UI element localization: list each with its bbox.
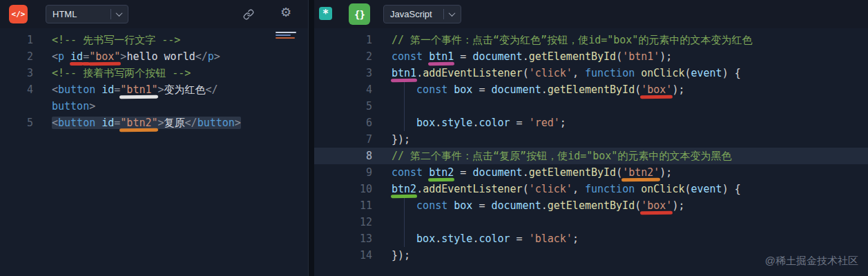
javascript-panel-header: * {} JavaScript — [314, 0, 868, 28]
code-line[interactable]: 1<!-- 先书写一行文字 --> — [0, 32, 308, 48]
code-token: ); — [672, 81, 684, 98]
code-token: }); — [392, 247, 410, 264]
code-token: = — [472, 197, 491, 214]
code-line[interactable]: 9const btn2 = document.getElementById('b… — [314, 164, 868, 181]
code-token: . — [472, 115, 479, 131]
code-token: addEventListener — [423, 65, 523, 81]
code-text: // 第二个事件：点击“复原”按钮，使id="box"的元素中的文本变为黑色 — [392, 148, 731, 164]
marker-underline-orange: "btn2" — [120, 115, 157, 131]
code-token: 'red' — [529, 115, 560, 131]
code-line[interactable]: 6box.style.color = 'red'; — [314, 115, 868, 131]
code-token: function — [585, 181, 635, 197]
code-token: id — [102, 81, 114, 98]
line-number: 1 — [0, 32, 33, 48]
marker-underline-red: "box" — [89, 48, 120, 65]
code-line[interactable]: 12 — [314, 214, 868, 230]
code-text: box.style.color = 'black'; — [392, 230, 579, 247]
code-token: getElementById — [529, 48, 616, 65]
code-token: getElementById — [548, 81, 635, 98]
code-line[interactable]: 7}); — [314, 131, 868, 148]
code-text — [392, 214, 416, 230]
code-text: const btn2 = document.getElementById('bt… — [392, 164, 672, 181]
javascript-lang-icon: {} — [349, 3, 370, 25]
code-text: <p id="box">hello world</p> — [52, 48, 220, 65]
code-text: btn2.addEventListener('click', function … — [392, 181, 741, 197]
javascript-language-dropdown[interactable]: JavaScript — [383, 5, 461, 23]
panel-splitter[interactable] — [309, 0, 314, 276]
code-token: 'btn1' — [622, 48, 659, 65]
code-line[interactable]: 4<button id="btn1">变为红色</ — [0, 81, 308, 98]
code-line[interactable]: 2const btn1 = document.getElementById('b… — [314, 48, 868, 65]
line-number: 9 — [314, 164, 372, 181]
code-token: 'click' — [529, 65, 572, 81]
code-line[interactable]: 13box.style.color = 'black'; — [314, 230, 868, 247]
javascript-language-label: JavaScript — [390, 9, 441, 19]
html-language-dropdown[interactable]: HTML — [46, 5, 128, 23]
code-token: . — [435, 230, 441, 247]
share-link-icon[interactable] — [243, 9, 254, 20]
code-text: const box = document.getElementById('box… — [392, 197, 684, 214]
html-panel-header: </> HTML ⚙ — [0, 0, 308, 28]
code-token: button — [58, 81, 95, 98]
indent-guide — [404, 197, 416, 214]
code-text: btn1.addEventListener('click', function … — [392, 65, 741, 81]
line-number: 7 — [314, 131, 372, 148]
marker-underline-pink: btn1 — [429, 48, 454, 65]
chevron-down-icon — [449, 10, 456, 17]
code-text: }); — [392, 247, 410, 264]
code-line[interactable]: 3btn1.addEventListener('click', function… — [314, 65, 868, 81]
code-line[interactable]: 5 — [314, 98, 868, 115]
code-token: document — [472, 164, 522, 181]
marker-underline-orange: 'btn2' — [622, 164, 659, 181]
line-number: 2 — [314, 48, 372, 65]
code-line[interactable]: 5<button id="btn2">复原</button> — [0, 115, 308, 131]
line-number: 4 — [0, 81, 33, 98]
code-token: button — [52, 98, 89, 115]
indent-guide — [404, 115, 416, 131]
code-token: p — [208, 48, 214, 65]
line-number: 5 — [0, 115, 33, 131]
minimap[interactable] — [274, 30, 305, 41]
code-line[interactable]: 1// 第一个事件：点击“变为红色”按钮，使id="box"的元素中的文本变为红… — [314, 32, 868, 48]
code-token — [95, 115, 102, 131]
code-token — [635, 181, 641, 197]
code-line[interactable]: 2<p id="box">hello world</p> — [0, 48, 308, 65]
code-token: hello world — [126, 48, 195, 65]
code-playground: </> HTML ⚙ 1<!-- 先书写一行文字 -->2<p id="box"… — [0, 0, 868, 276]
minimap-line — [276, 37, 295, 39]
code-line[interactable]: 10btn2.addEventListener('click', functio… — [314, 181, 868, 197]
html-code-editor[interactable]: 1<!-- 先书写一行文字 -->2<p id="box">hello worl… — [0, 28, 308, 276]
code-token: > — [158, 115, 164, 131]
code-line[interactable]: 3<!-- 接着书写两个按钮 --> — [0, 65, 308, 81]
chevron-down-icon — [116, 10, 123, 17]
code-token: > — [158, 81, 164, 98]
code-token: 'black' — [529, 230, 572, 247]
code-line[interactable]: 4const box = document.getElementById('bo… — [314, 81, 868, 98]
code-token: style — [441, 115, 472, 131]
code-line[interactable]: 8// 第二个事件：点击“复原”按钮，使id="box"的元素中的文本变为黑色 — [314, 148, 868, 164]
settings-gear-icon[interactable]: ⚙ — [280, 6, 291, 19]
code-token: onClick — [641, 65, 684, 81]
code-token: const — [392, 48, 423, 65]
marker-underline-green: btn2 — [392, 181, 416, 197]
code-line[interactable]: 11const box = document.getElementById('b… — [314, 197, 868, 214]
code-token: < — [52, 115, 58, 131]
code-text: const box = document.getElementById('box… — [392, 81, 684, 98]
code-token — [635, 65, 641, 81]
code-token: color — [479, 115, 510, 131]
code-line[interactable]: button> — [0, 98, 308, 115]
javascript-code-editor[interactable]: 1// 第一个事件：点击“变为红色”按钮，使id="box"的元素中的文本变为红… — [314, 28, 868, 276]
code-token: 复原 — [164, 115, 185, 131]
code-token: . — [416, 65, 423, 81]
code-token: <!-- 接着书写两个按钮 --> — [52, 65, 191, 81]
marker-underline-white: "btn1" — [120, 81, 157, 98]
code-token: box — [454, 81, 472, 98]
code-token: ( — [684, 65, 691, 81]
line-number: 13 — [314, 230, 372, 247]
code-token: . — [523, 48, 529, 65]
code-token: > — [89, 98, 95, 115]
code-token: ); — [672, 197, 684, 214]
minimap-line — [276, 32, 296, 33]
code-token: ; — [572, 230, 579, 247]
code-token: const — [416, 197, 447, 214]
